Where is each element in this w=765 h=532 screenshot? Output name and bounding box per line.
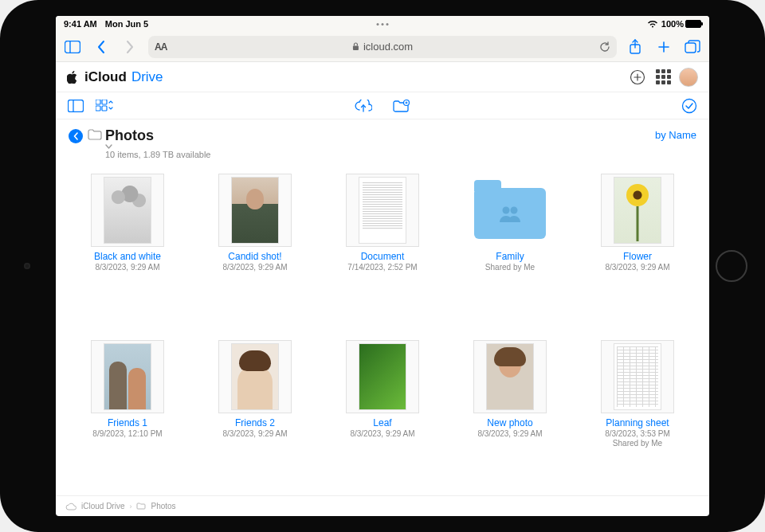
file-meta-secondary: Shared by Me bbox=[613, 439, 662, 448]
status-bar: 9:41 AM Mon Jun 5 100% bbox=[56, 16, 709, 32]
text-size-button[interactable]: AA bbox=[155, 41, 167, 53]
folder-subtitle: 10 items, 1.89 TB available bbox=[105, 150, 210, 159]
breadcrumb-current: Photos bbox=[151, 502, 175, 510]
cloud-icon bbox=[65, 503, 76, 510]
file-thumbnail bbox=[473, 340, 547, 413]
file-name: Friends 2 bbox=[235, 417, 275, 428]
svg-rect-15 bbox=[96, 106, 100, 111]
file-meta: Shared by Me bbox=[485, 263, 535, 272]
file-meta: 8/3/2023, 9:29 AM bbox=[477, 429, 542, 438]
folder-small-icon bbox=[136, 503, 146, 510]
file-name: Leaf bbox=[373, 417, 391, 428]
file-name: Document bbox=[361, 251, 405, 262]
file-item[interactable]: Planning sheet 8/3/2023, 3:53 PM Shared … bbox=[574, 340, 701, 495]
file-item[interactable]: Black and white 8/3/2023, 9:29 AM bbox=[64, 174, 191, 319]
svg-point-21 bbox=[683, 99, 696, 112]
file-name: Planning sheet bbox=[606, 417, 669, 428]
file-item[interactable]: Leaf 8/3/2023, 9:29 AM bbox=[319, 340, 446, 495]
file-item[interactable]: Family Shared by Me bbox=[446, 174, 574, 319]
apple-logo-icon bbox=[67, 71, 78, 84]
url-text: icloud.com bbox=[363, 41, 413, 53]
file-meta: 8/9/2023, 12:10 PM bbox=[92, 429, 162, 438]
tabs-button[interactable] bbox=[682, 37, 703, 57]
file-thumbnail bbox=[601, 340, 674, 413]
files-grid: Black and white 8/3/2023, 9:29 AM Candid… bbox=[56, 162, 709, 495]
chevron-down-icon[interactable] bbox=[105, 144, 210, 149]
breadcrumb-root[interactable]: iCloud Drive bbox=[81, 502, 124, 510]
svg-rect-7 bbox=[685, 43, 696, 53]
file-name: Flower bbox=[623, 251, 652, 262]
status-time: 9:41 AM bbox=[64, 19, 97, 29]
brand-icloud[interactable]: iCloud bbox=[84, 69, 127, 85]
forward-button bbox=[120, 37, 140, 57]
home-button[interactable] bbox=[716, 250, 747, 282]
view-options-button[interactable] bbox=[96, 97, 113, 115]
create-button[interactable] bbox=[628, 68, 647, 87]
lock-icon bbox=[352, 42, 359, 51]
app-header: iCloud Drive bbox=[56, 62, 709, 92]
address-bar[interactable]: AA icloud.com bbox=[148, 36, 617, 58]
file-item[interactable]: Friends 2 8/3/2023, 9:29 AM bbox=[191, 340, 319, 495]
back-button[interactable] bbox=[91, 37, 112, 57]
status-date: Mon Jun 5 bbox=[105, 19, 148, 29]
file-item[interactable]: Friends 1 8/9/2023, 12:10 PM bbox=[64, 340, 191, 495]
svg-rect-2 bbox=[353, 46, 359, 51]
file-meta: 8/3/2023, 9:29 AM bbox=[222, 429, 287, 438]
svg-rect-14 bbox=[102, 100, 107, 104]
device-camera bbox=[24, 263, 30, 269]
sidebar-toggle-button[interactable] bbox=[62, 37, 83, 57]
svg-rect-16 bbox=[102, 106, 107, 111]
multitask-dots[interactable] bbox=[377, 23, 389, 25]
file-thumbnail bbox=[218, 340, 292, 413]
shared-folder-icon bbox=[474, 188, 546, 239]
file-item[interactable]: New photo 8/3/2023, 9:29 AM bbox=[446, 340, 574, 495]
file-meta: 8/3/2023, 9:29 AM bbox=[605, 263, 669, 272]
file-thumbnail bbox=[473, 174, 547, 247]
new-tab-button[interactable] bbox=[653, 37, 674, 57]
battery-pct: 100% bbox=[661, 19, 684, 29]
account-avatar[interactable] bbox=[679, 68, 698, 87]
file-thumbnail bbox=[218, 174, 292, 247]
file-thumbnail bbox=[91, 174, 164, 247]
upload-button[interactable] bbox=[355, 97, 372, 115]
browser-toolbar: AA icloud.com bbox=[56, 32, 709, 62]
file-name: Friends 1 bbox=[108, 417, 147, 428]
svg-rect-0 bbox=[65, 41, 80, 53]
file-meta: 8/3/2023, 9:29 AM bbox=[95, 263, 159, 272]
app-launcher-button[interactable] bbox=[653, 68, 673, 87]
share-button[interactable] bbox=[625, 37, 645, 57]
file-name: Black and white bbox=[94, 251, 161, 262]
chevron-right-icon: › bbox=[129, 503, 131, 510]
folder-heading: Photos 10 items, 1.89 TB available by Na… bbox=[56, 119, 709, 162]
folder-icon bbox=[88, 129, 102, 140]
file-thumbnail bbox=[91, 340, 164, 413]
file-item[interactable]: Flower 8/3/2023, 9:29 AM bbox=[574, 174, 701, 319]
file-name: Family bbox=[496, 251, 524, 262]
brand-drive[interactable]: Drive bbox=[131, 69, 163, 85]
file-item[interactable]: Document 7/14/2023, 2:52 PM bbox=[319, 174, 446, 319]
file-item[interactable]: Candid shot! 8/3/2023, 9:29 AM bbox=[191, 174, 319, 319]
drive-sidebar-button[interactable] bbox=[67, 97, 84, 115]
refresh-button[interactable] bbox=[599, 41, 610, 53]
sort-button[interactable]: by Name bbox=[655, 127, 696, 141]
new-folder-button[interactable] bbox=[393, 97, 410, 115]
svg-rect-13 bbox=[96, 100, 100, 104]
wifi-icon bbox=[647, 20, 658, 28]
file-meta: 8/3/2023, 9:29 AM bbox=[350, 429, 414, 438]
folder-back-button[interactable] bbox=[69, 129, 83, 143]
svg-point-23 bbox=[511, 207, 518, 214]
file-meta: 7/14/2023, 2:52 PM bbox=[347, 263, 417, 272]
file-name: Candid shot! bbox=[228, 251, 281, 262]
file-thumbnail bbox=[346, 340, 419, 413]
file-thumbnail bbox=[601, 174, 674, 247]
folder-title[interactable]: Photos bbox=[105, 127, 154, 143]
battery-icon bbox=[685, 20, 701, 28]
select-button[interactable] bbox=[681, 97, 698, 115]
drive-toolbar bbox=[56, 92, 709, 119]
breadcrumb: iCloud Drive › Photos bbox=[56, 495, 709, 516]
file-thumbnail bbox=[346, 174, 419, 247]
file-name: New photo bbox=[487, 417, 532, 428]
file-meta: 8/3/2023, 9:29 AM bbox=[222, 263, 287, 272]
svg-rect-11 bbox=[69, 100, 84, 111]
svg-point-22 bbox=[503, 207, 510, 214]
